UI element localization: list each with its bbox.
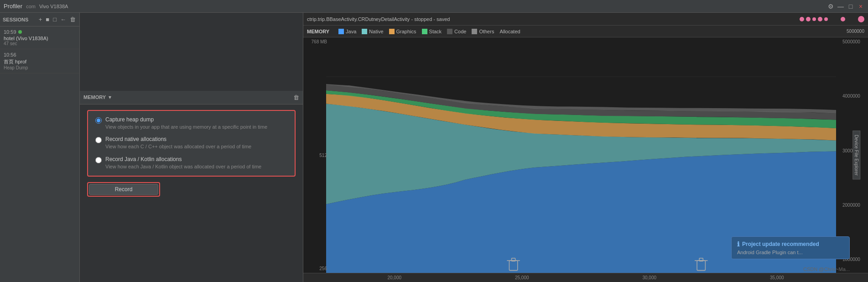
y-axis: 768 MB 512 256 (303, 37, 331, 273)
maximize-icon[interactable]: □ (847, 3, 854, 10)
chart-area: 768 MB 512 256 5000000 4000000 3000000 2… (303, 37, 868, 273)
pink-dot-2 (806, 17, 811, 21)
legend-graphics-color (389, 29, 395, 34)
legend-stack-label: Stack (429, 29, 442, 34)
title-bar-left: Profiler com Vivo V1838A (4, 3, 68, 10)
legend-java: Java (338, 29, 356, 34)
options-box: Capture heap dump View objects in your a… (87, 110, 296, 177)
option-record-java[interactable]: Record Java / Kotlin allocations View ho… (95, 156, 287, 170)
left-panel: SESSIONS + ■ □ ← 🗑 10:59 hotel (Vivo V18… (0, 13, 80, 282)
memory-toolbar: MEMORY ▾ 🗑 (80, 91, 303, 104)
option-title-2: Record native allocations (105, 136, 251, 142)
option-capture-heap[interactable]: Capture heap dump View objects in your a… (95, 116, 287, 131)
title-bar-right: ⚙ — □ × (827, 3, 864, 10)
legend-allocated: Allocated (499, 29, 520, 34)
legend-native-label: Native (369, 29, 383, 34)
notification-box[interactable]: ℹ Project update recommended Android Gra… (731, 236, 850, 259)
legend-java-label: Java (346, 29, 356, 34)
pink-dots (800, 16, 864, 22)
session-item-2[interactable]: 10:56 首页 hprof Heap Dump (0, 49, 79, 73)
option-record-native[interactable]: Record native allocations View how each … (95, 136, 287, 150)
option-desc-3: View how each Java / Kotlin object was a… (105, 163, 261, 170)
right-y-5m: 5000000 (841, 39, 868, 44)
pink-dot-4 (818, 17, 822, 21)
chart-topbar-text: ctrip.trip.BBaseActivity.CRDutneyDetailA… (307, 16, 450, 22)
delete-session-button[interactable]: 🗑 (69, 15, 77, 24)
legend-code: Code (447, 29, 466, 34)
session-active-dot-1 (18, 30, 22, 34)
x-label-20k: 20,000 (387, 275, 401, 280)
x-label-30k: 30,000 (642, 275, 656, 280)
record-session-button[interactable]: □ (52, 15, 57, 24)
minimize-icon[interactable]: — (837, 3, 844, 10)
middle-panel: MEMORY ▾ 🗑 Capture heap dump View object… (80, 13, 303, 282)
legend-code-color (447, 29, 452, 34)
legend-native: Native (362, 29, 383, 34)
chart-title: MEMORY (307, 29, 329, 34)
add-session-button[interactable]: + (38, 15, 43, 24)
pink-dot-7 (858, 16, 864, 22)
back-session-button[interactable]: ← (59, 15, 67, 24)
stop-session-button[interactable]: ■ (45, 15, 50, 24)
y-label-256: 256 (305, 266, 329, 271)
pink-dot-5 (824, 17, 828, 21)
delete-icon[interactable]: 🗑 (293, 94, 299, 101)
y-label-512: 512 (305, 153, 329, 158)
sessions-toolbar: SESSIONS + ■ □ ← 🗑 (0, 13, 79, 26)
radio-record-native[interactable] (95, 137, 102, 143)
dropdown-icon[interactable]: ▾ (109, 94, 111, 100)
legend-stack-color (422, 29, 427, 34)
legend-code-label: Code (454, 29, 466, 34)
radio-record-java[interactable] (95, 157, 102, 163)
y-label-768: 768 MB (305, 39, 329, 44)
option-desc-2: View how each C / C++ object was allocat… (105, 143, 251, 150)
session-item-1[interactable]: 10:59 hotel (Vivo V1838A) 47 sec (0, 26, 79, 49)
legend-stack: Stack (422, 29, 442, 34)
notification-text: Android Gradle Plugin can t... (737, 250, 844, 255)
chart-topbar: ctrip.trip.BBaseActivity.CRDutneyDetailA… (303, 13, 868, 26)
chart-right-value: 5000000 (847, 29, 864, 34)
radio-capture-heap[interactable] (95, 117, 102, 124)
session-time-value-1: 10:59 (4, 29, 16, 35)
x-label-25k: 25,000 (515, 275, 529, 280)
tab-name: com (26, 4, 36, 9)
right-y-4m: 4000000 (841, 94, 868, 99)
legend-graphics: Graphics (389, 29, 416, 34)
legend-others-color (472, 29, 477, 34)
right-panel: ctrip.trip.BBaseActivity.CRDutneyDetailA… (303, 13, 868, 282)
session-time-1: 10:59 (4, 29, 76, 35)
record-btn-wrapper: Record (87, 182, 160, 197)
device-file-explorer-tab[interactable]: Device File Explorer (852, 131, 860, 179)
legend-others-label: Others (479, 29, 494, 34)
app-name: Profiler (4, 3, 22, 10)
notification-title: ℹ Project update recommended (737, 240, 844, 248)
x-axis-bar: 20,000 25,000 30,000 35,000 (303, 273, 868, 282)
option-title-1: Capture heap dump (105, 116, 267, 123)
info-icon: ℹ (737, 240, 739, 248)
title-bar: Profiler com Vivo V1838A ⚙ — □ × (0, 0, 868, 13)
legend-native-color (362, 29, 367, 34)
close-icon[interactable]: × (857, 3, 864, 10)
memory-label: MEMORY (83, 94, 106, 100)
pink-dot-1 (800, 17, 804, 21)
option-desc-1: View objects in your app that are using … (105, 124, 267, 131)
legend-allocated-label: Allocated (499, 29, 520, 34)
right-y-2m: 2000000 (841, 203, 868, 208)
option-title-3: Record Java / Kotlin allocations (105, 156, 261, 162)
session-device-1: hotel (Vivo V1838A) (4, 36, 76, 41)
csdn-watermark: CSDN @Chris~Ma... (803, 266, 850, 272)
settings-icon[interactable]: ⚙ (827, 3, 834, 10)
pink-dot-6 (841, 17, 845, 21)
chart-legend-bar: MEMORY Java Native Graphics Stack Code (303, 26, 868, 37)
record-button[interactable]: Record (89, 184, 158, 195)
session-device-2: 首页 hprof (4, 58, 76, 65)
session-time-2: 10:56 (4, 52, 76, 57)
legend-graphics-label: Graphics (396, 29, 416, 34)
legend-java-color (338, 29, 344, 34)
main-layout: SESSIONS + ■ □ ← 🗑 10:59 hotel (Vivo V18… (0, 13, 868, 282)
session-duration-2: Heap Dump (4, 65, 76, 70)
x-label-35k: 35,000 (770, 275, 784, 280)
session-duration-1: 47 sec (4, 41, 76, 46)
session-time-value-2: 10:56 (4, 52, 16, 57)
legend-others: Others (472, 29, 494, 34)
